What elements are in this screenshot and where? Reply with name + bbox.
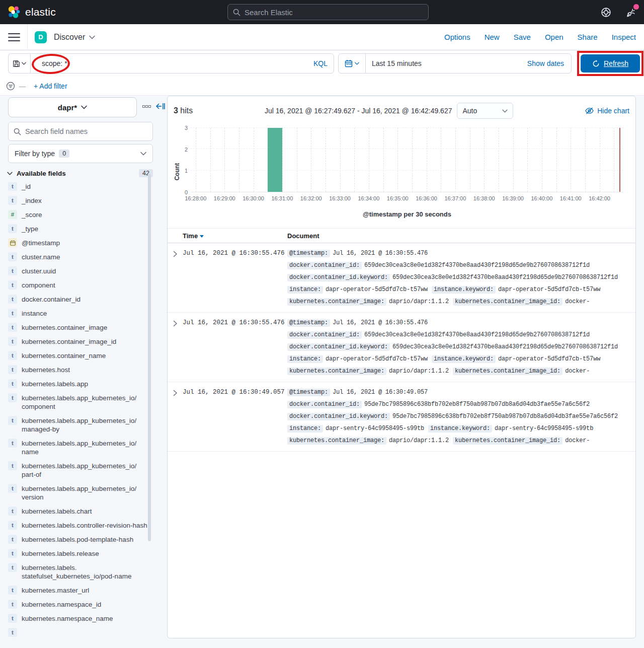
string-field-type-icon: t [8, 196, 17, 205]
elastic-brand[interactable]: elastic [0, 6, 56, 19]
query-language-button[interactable]: KQL [313, 59, 328, 67]
field-list-scrollbar[interactable] [148, 174, 151, 541]
gridline-vertical [499, 128, 499, 192]
field-item-_type[interactable]: t_type [8, 225, 148, 233]
field-name: _id [22, 182, 31, 191]
expand-row-icon[interactable] [168, 250, 183, 310]
field-key-chip: docker.container_id: [287, 262, 362, 269]
global-search-input[interactable]: Search Elastic [227, 4, 429, 20]
field-item-kubernetes.namespace_id[interactable]: tkubernetes.​namespace_id [8, 600, 148, 609]
field-item-_score[interactable]: #_score [8, 210, 148, 219]
field-item-_index[interactable]: t_index [8, 196, 148, 205]
field-item-_id[interactable]: t_id [8, 182, 148, 191]
field-item-kubernetes.labels.app_kubernetes_io/version[interactable]: tkubernetes.​labels.​app_kubernetes_io/​… [8, 484, 148, 501]
field-name: @timestamp [22, 239, 60, 247]
top-navigation-bar: elastic Search Elastic [0, 0, 644, 24]
field-item-kubernetes.labels.pod-template-hash[interactable]: tkubernetes.​labels.​pod-​template-​hash [8, 535, 148, 544]
field-item-docker.container_id[interactable]: tdocker.​container_id [8, 295, 148, 304]
gridline-vertical [455, 128, 456, 192]
field-item-kubernetes.namespace_name[interactable]: tkubernetes.​namespace_name [8, 614, 148, 623]
filter-by-type-button[interactable]: Filter by type 0 [8, 144, 153, 163]
y-tick-label: 3 [185, 125, 188, 131]
gridline-vertical [614, 128, 614, 192]
field-item-component[interactable]: tcomponent [8, 281, 148, 290]
field-item-cluster.uuid[interactable]: tcluster.​uuid [8, 267, 148, 275]
gridline-vertical [513, 128, 514, 192]
date-picker: Last 15 minutes Show dates [338, 53, 572, 74]
table-row: Jul 16, 2021 @ 16:30:49.057@timestamp:Ju… [168, 382, 635, 452]
histogram-bar[interactable] [268, 128, 282, 192]
field-item-kubernetes.container_image_id[interactable]: tkubernetes.​container_image_id [8, 337, 148, 346]
field-name: kubernetes.​labels.​app_kubernetes_io/​m… [22, 416, 147, 434]
hide-chart-button[interactable]: Hide chart [585, 107, 629, 115]
expand-row-icon[interactable] [168, 319, 183, 380]
field-item-kubernetes.labels.release[interactable]: tkubernetes.​labels.​release [8, 549, 148, 558]
x-tick-label: 16:30:00 [243, 195, 264, 201]
field-item-@timestamp[interactable]: @timestamp [8, 239, 148, 247]
collapse-sidebar-icon[interactable] [156, 103, 165, 110]
nav-divider [27, 24, 28, 50]
chart-plot-area[interactable] [191, 128, 623, 192]
field-item-kubernetes.labels.app[interactable]: tkubernetes.​labels.​app [8, 380, 148, 388]
time-column-header[interactable]: Time [183, 232, 287, 240]
space-badge[interactable]: D [35, 31, 47, 43]
field-search-input[interactable]: Search field names [8, 122, 153, 141]
chart-caption: @timestamp per 30 seconds [191, 210, 623, 218]
gridline-vertical [585, 128, 586, 192]
query-input[interactable]: scope: * KQL [30, 53, 334, 74]
index-pattern-selector[interactable]: dapr* [8, 97, 137, 117]
field-item-kubernetes.labels.chart[interactable]: tkubernetes.​labels.​chart [8, 507, 148, 516]
string-field-type-icon: t [8, 337, 17, 346]
nav-link-options[interactable]: Options [444, 33, 470, 41]
hits-count: 3 hits [174, 106, 193, 115]
gridline-vertical [282, 128, 283, 192]
nav-link-save[interactable]: Save [514, 33, 531, 41]
news-feed-icon[interactable] [625, 6, 637, 18]
nav-link-inspect[interactable]: Inspect [612, 33, 636, 41]
field-item-instance[interactable]: tinstance [8, 309, 148, 318]
add-filter-button[interactable]: + Add filter [34, 82, 67, 90]
interval-select[interactable]: Auto [457, 103, 513, 119]
field-item-kubernetes.labels.app_kubernetes_io/component[interactable]: tkubernetes.​labels.​app_kubernetes_io/​… [8, 394, 148, 411]
string-field-type-icon: t [8, 521, 17, 530]
field-item[interactable]: t [8, 628, 148, 637]
sort-desc-icon [200, 235, 204, 238]
field-name: kubernetes.​labels.​pod-​template-​hash [22, 535, 133, 544]
field-item-kubernetes.labels.app_kubernetes_io/name[interactable]: tkubernetes.​labels.​app_kubernetes_io/​… [8, 439, 148, 456]
index-pattern-name: dapr* [58, 103, 77, 112]
available-fields-header[interactable]: Available fields 42 [7, 169, 153, 177]
refresh-button[interactable]: Refresh [581, 54, 640, 73]
field-value: docker- [565, 298, 590, 305]
field-item-kubernetes.master_url[interactable]: tkubernetes.​master_url [8, 586, 148, 595]
field-item-kubernetes.container_name[interactable]: tkubernetes.​container_name [8, 351, 148, 360]
time-range-display[interactable]: Last 15 minutes [372, 59, 422, 67]
expand-row-icon[interactable] [168, 389, 183, 449]
boxes-horizontal-icon[interactable] [142, 105, 151, 108]
field-value: dapr-operator-5d5dfd7cb-t57ww [326, 286, 428, 293]
x-tick-label: 16:39:00 [502, 195, 524, 201]
field-item-kubernetes.labels.statefulset_kubernetes_io/pod-name[interactable]: tkubernetes.​labels.​statefulset_kuberne… [8, 563, 148, 581]
nav-link-share[interactable]: Share [578, 33, 598, 41]
saved-query-button[interactable] [8, 53, 30, 74]
help-icon[interactable] [600, 6, 612, 18]
nav-link-open[interactable]: Open [545, 33, 564, 41]
filter-menu-icon[interactable] [6, 82, 15, 91]
field-item-kubernetes.host[interactable]: tkubernetes.​host [8, 366, 148, 374]
row-document: @timestamp:Jul 16, 2021 @ 16:30:55.476do… [287, 319, 635, 380]
field-item-kubernetes.container_image[interactable]: tkubernetes.​container_image [8, 323, 148, 332]
nav-link-new[interactable]: New [485, 33, 500, 41]
brand-name: elastic [25, 6, 56, 18]
calendar-dropdown-button[interactable] [339, 54, 366, 73]
field-item-kubernetes.labels.app_kubernetes_io/managed-by[interactable]: tkubernetes.​labels.​app_kubernetes_io/​… [8, 416, 148, 434]
string-field-type-icon: t [8, 600, 17, 609]
gridline-vertical [239, 128, 239, 192]
field-item-kubernetes.labels.controller-revision-hash[interactable]: tkubernetes.​labels.​controller-​revisio… [8, 521, 148, 530]
breadcrumb[interactable]: Discover [54, 33, 95, 42]
menu-hamburger-icon[interactable] [8, 31, 20, 43]
field-item-kubernetes.labels.app_kubernetes_io/part-of[interactable]: tkubernetes.​labels.​app_kubernetes_io/​… [8, 462, 148, 479]
number-field-type-icon: # [8, 210, 17, 219]
field-value: docker- [565, 368, 590, 375]
field-item-cluster.name[interactable]: tcluster.​name [8, 253, 148, 261]
y-tick-label: 2 [185, 147, 188, 153]
show-dates-button[interactable]: Show dates [527, 59, 564, 67]
